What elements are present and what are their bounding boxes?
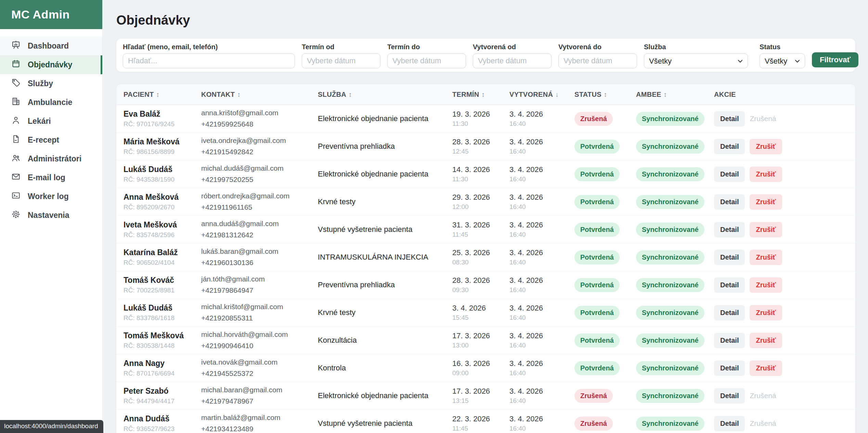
patient-cell: Mária Mešková RČ: 986156/8899: [124, 137, 201, 156]
actions-cell: Detail Zrušená: [714, 416, 855, 431]
filter-button[interactable]: Filtrovať: [812, 52, 858, 67]
actions-cell: Detail Zrušiť: [714, 333, 855, 348]
term-from-input[interactable]: [302, 53, 380, 68]
sidebar-item-workerlog[interactable]: Worker log: [0, 187, 102, 206]
column-header-termin[interactable]: TERMÍN↕: [452, 91, 509, 99]
status-badge: Potvrdená: [574, 223, 620, 237]
search-group: Hľadať (meno, email, telefón): [123, 43, 295, 68]
column-header-status[interactable]: STATUS↕: [574, 91, 636, 99]
patient-cell: Tomáš Kováč RČ: 700225/8981: [124, 276, 201, 294]
column-header-vytvorena[interactable]: VYTVORENÁ↓: [509, 91, 574, 99]
contact-email: lukáš.baran@gmail.com: [201, 246, 318, 257]
contact-phone: +421959925648: [201, 119, 318, 130]
contact-phone: +421990946410: [201, 340, 318, 352]
detail-button[interactable]: Detail: [714, 139, 745, 154]
contact-cell: iveta.novák@gmail.com +421945525372: [201, 357, 318, 379]
created-to-input[interactable]: [558, 53, 637, 68]
term-time: 12:00: [452, 203, 509, 211]
created-cell: 3. 4. 2026 16:40: [509, 165, 574, 183]
detail-button[interactable]: Detail: [714, 333, 745, 348]
detail-button[interactable]: Detail: [714, 305, 745, 320]
ambee-cell: Synchronizované: [636, 112, 714, 126]
table-row: Tomáš Kováč RČ: 700225/8981 ján.tóth@gma…: [116, 271, 855, 299]
sidebar-item-sluzby[interactable]: Služby: [0, 74, 102, 93]
contact-email: anna.krištof@gmail.com: [201, 107, 318, 119]
created-cell: 3. 4. 2026 16:40: [509, 221, 574, 238]
term-date: 16. 3. 2026: [452, 359, 509, 368]
cancel-button[interactable]: Zrušiť: [750, 333, 782, 348]
detail-button[interactable]: Detail: [714, 111, 745, 127]
sidebar-item-objednavky[interactable]: Objednávky: [0, 55, 102, 74]
created-cell: 3. 4. 2026 16:40: [509, 193, 574, 211]
detail-button[interactable]: Detail: [714, 222, 745, 237]
service-cell: Krvné testy: [318, 308, 452, 317]
sidebar-item-lekari[interactable]: Lekári: [0, 112, 102, 131]
column-header-ambee[interactable]: AMBEE↕: [636, 91, 714, 99]
actions-cell: Detail Zrušiť: [714, 222, 855, 237]
status-select[interactable]: Všetky: [760, 53, 805, 68]
detail-button[interactable]: Detail: [714, 388, 745, 404]
term-cell: 28. 3. 2026 09:30: [452, 276, 509, 294]
sidebar-item-label: Objednávky: [28, 60, 72, 69]
status-cell: Potvrdená: [574, 223, 636, 237]
table-row: Tomáš Mešková RČ: 830538/1448 michal.hor…: [116, 327, 855, 354]
created-from-input[interactable]: [473, 53, 552, 68]
patient-name: Lukáš Dudáš: [124, 165, 201, 174]
ambee-cell: Synchronizované: [636, 306, 714, 320]
patient-cell: Iveta Mešková RČ: 835748/2596: [124, 220, 201, 239]
term-date: 17. 3. 2026: [452, 387, 509, 396]
sidebar-item-emaillog[interactable]: E-mail log: [0, 168, 102, 187]
column-header-kontakt[interactable]: KONTAKT↕: [201, 91, 318, 99]
cancel-button[interactable]: Zrušiť: [750, 305, 782, 320]
orders-table: PACIENT↕ KONTAKT↕ SLUŽBA↕ TERMÍN↕ VYTVOR…: [116, 84, 855, 433]
service-cell: Krvné testy: [318, 197, 452, 206]
term-cell: 29. 3. 2026 12:00: [452, 193, 509, 211]
search-label: Hľadať (meno, email, telefón): [123, 43, 295, 51]
status-group: Status Všetky: [760, 43, 805, 68]
table-row: Anna Dudáš RČ: 936527/9623 martin.baláž@…: [116, 410, 855, 433]
sidebar-item-nastavenia[interactable]: Nastavenia: [0, 206, 102, 225]
service-select[interactable]: Všetky: [644, 53, 748, 68]
detail-button[interactable]: Detail: [714, 250, 745, 265]
sidebar-item-dashboard[interactable]: Dashboard: [0, 37, 102, 55]
detail-button[interactable]: Detail: [714, 277, 745, 293]
search-input[interactable]: [123, 53, 295, 68]
sidebar-item-ambulancie[interactable]: Ambulancie: [0, 93, 102, 112]
cancel-button[interactable]: Zrušiť: [750, 277, 782, 293]
actions-cell: Detail Zrušiť: [714, 139, 855, 154]
column-header-pacient[interactable]: PACIENT↕: [124, 91, 201, 99]
patient-name: Mária Mešková: [124, 137, 201, 146]
detail-button[interactable]: Detail: [714, 360, 745, 376]
main-content: Objednávky Hľadať (meno, email, telefón)…: [103, 0, 868, 433]
contact-phone: +421979864947: [201, 285, 318, 296]
cancel-button[interactable]: Zrušiť: [750, 222, 782, 237]
easel-chart-icon: [11, 40, 21, 52]
page-title: Objednávky: [116, 13, 190, 28]
sidebar-nav: Dashboard Objednávky Služby Ambulancie L…: [0, 37, 102, 225]
detail-button[interactable]: Detail: [714, 416, 745, 431]
patient-birth-number: RČ: 906502/4104: [124, 259, 201, 266]
created-time: 16:40: [509, 175, 574, 183]
sidebar-item-erecept[interactable]: E-recept: [0, 131, 102, 149]
status-badge: Zrušená: [574, 389, 613, 403]
cancel-button[interactable]: Zrušiť: [750, 360, 782, 376]
sidebar-item-administratori[interactable]: Administrátori: [0, 149, 102, 168]
term-date: 14. 3. 2026: [452, 165, 509, 174]
ambee-cell: Synchronizované: [636, 140, 714, 154]
detail-button[interactable]: Detail: [714, 167, 745, 182]
term-date: 31. 3. 2026: [452, 221, 509, 229]
column-header-sluzba[interactable]: SLUŽBA↕: [318, 91, 452, 99]
cancel-button[interactable]: Zrušiť: [750, 167, 782, 182]
cancel-button[interactable]: Zrušiť: [750, 250, 782, 265]
ambee-cell: Synchronizované: [636, 250, 714, 264]
term-time: 12:45: [452, 148, 509, 155]
service-cell: Elektronické objednanie pacienta: [318, 170, 452, 179]
created-date: 3. 4. 2026: [509, 193, 574, 202]
created-date: 3. 4. 2026: [509, 387, 574, 396]
term-to-input[interactable]: [387, 53, 466, 68]
cancel-button[interactable]: Zrušiť: [750, 139, 782, 154]
patient-cell: Anna Nagy RČ: 870176/6694: [124, 359, 201, 377]
cancel-button[interactable]: Zrušiť: [750, 194, 782, 210]
detail-button[interactable]: Detail: [714, 194, 745, 210]
status-cell: Potvrdená: [574, 361, 636, 375]
